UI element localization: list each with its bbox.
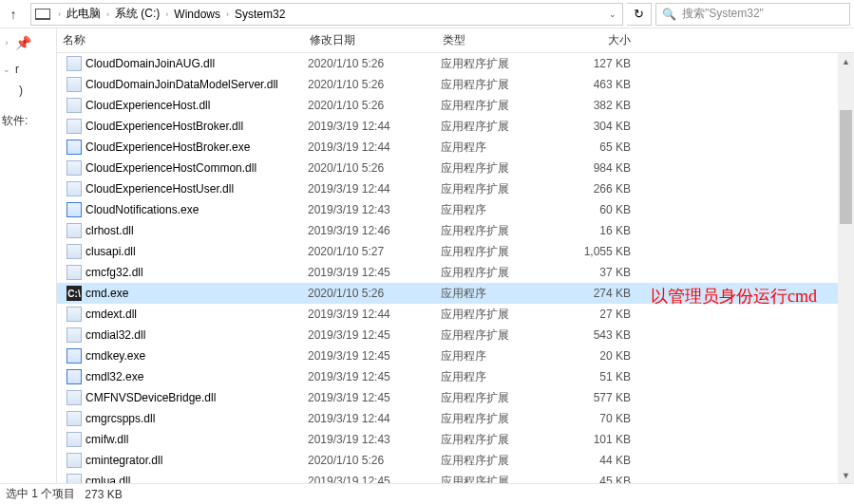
scrollbar[interactable]: ▲ ▼ xyxy=(838,53,854,483)
file-name: cmcfg32.dll xyxy=(85,266,308,279)
chevron-right-icon[interactable]: › xyxy=(106,9,109,19)
chevron-right-icon[interactable]: › xyxy=(58,9,61,19)
file-date: 2019/3/19 12:44 xyxy=(308,182,441,196)
file-size: 70 KB xyxy=(564,412,640,425)
dll-file-icon xyxy=(66,244,82,259)
search-icon: 🔍 xyxy=(662,8,676,21)
chevron-right-icon[interactable]: › xyxy=(2,38,11,47)
file-type: 应用程序 xyxy=(441,202,564,218)
dll-file-icon xyxy=(66,265,82,280)
scroll-up-arrow[interactable]: ▲ xyxy=(838,53,854,69)
exe-file-icon xyxy=(66,348,82,364)
file-size: 44 KB xyxy=(564,454,640,467)
file-size: 984 KB xyxy=(564,161,640,175)
file-row[interactable]: CloudDomainJoinDataModelServer.dll2020/1… xyxy=(57,74,854,95)
status-bar: 选中 1 个项目 273 KB xyxy=(0,483,854,504)
file-size: 20 KB xyxy=(564,349,640,363)
sidebar-item-label: r xyxy=(15,63,19,76)
breadcrumb-windows[interactable]: Windows xyxy=(172,6,222,23)
breadcrumb-system32[interactable]: System32 xyxy=(233,6,287,23)
file-name: cmdkey.exe xyxy=(85,349,308,363)
file-type: 应用程序扩展 xyxy=(441,98,564,114)
breadcrumb-this-pc[interactable]: 此电脑 xyxy=(65,4,103,24)
breadcrumb-c-drive[interactable]: 系统 (C:) xyxy=(113,4,161,24)
header-size[interactable]: 大小 xyxy=(560,32,636,48)
file-row[interactable]: cmgrcspps.dll2019/3/19 12:44应用程序扩展70 KB xyxy=(57,408,854,429)
file-size: 101 KB xyxy=(564,433,640,446)
sidebar-item-software[interactable]: 软件: xyxy=(2,110,54,131)
file-name: CloudDomainJoinAUG.dll xyxy=(85,57,308,70)
header-name[interactable]: 名称 xyxy=(57,32,304,48)
file-row[interactable]: CloudExperienceHostCommon.dll2020/1/10 5… xyxy=(57,158,854,178)
file-row[interactable]: CloudExperienceHost.dll2020/1/10 5:26应用程… xyxy=(57,95,854,116)
file-name: cmintegrator.dll xyxy=(85,454,308,467)
sidebar: › 📌 ⌄ r ) 软件: xyxy=(0,28,57,483)
file-row[interactable]: clusapi.dll2020/1/10 5:27应用程序扩展1,055 KB xyxy=(57,241,854,262)
scroll-thumb[interactable] xyxy=(840,110,852,224)
dll-file-icon xyxy=(66,327,82,343)
file-row[interactable]: CMFNVSDeviceBridge.dll2019/3/19 12:45应用程… xyxy=(57,387,854,408)
file-type: 应用程序扩展 xyxy=(441,453,564,469)
file-date: 2019/3/19 12:43 xyxy=(308,203,441,216)
main-area: › 📌 ⌄ r ) 软件: 名称 修改日期 类型 大小 CloudDomainJ… xyxy=(0,28,854,483)
history-dropdown-icon[interactable]: ⌄ xyxy=(603,9,622,19)
file-date: 2019/3/19 12:44 xyxy=(308,412,441,425)
file-row[interactable]: cmdial32.dll2019/3/19 12:45应用程序扩展543 KB xyxy=(57,325,854,345)
file-row[interactable]: cmifw.dll2019/3/19 12:43应用程序扩展101 KB xyxy=(57,429,854,450)
file-date: 2019/3/19 12:43 xyxy=(308,433,441,446)
file-type: 应用程序扩展 xyxy=(441,432,564,448)
scroll-down-arrow[interactable]: ▼ xyxy=(838,467,854,483)
file-row[interactable]: CloudExperienceHostUser.dll2019/3/19 12:… xyxy=(57,178,854,199)
file-date: 2019/3/19 12:44 xyxy=(308,140,441,154)
dll-file-icon xyxy=(66,432,82,447)
file-row[interactable]: CloudDomainJoinAUG.dll2020/1/10 5:26应用程序… xyxy=(57,53,854,74)
file-row[interactable]: CloudNotifications.exe2019/3/19 12:43应用程… xyxy=(57,199,854,220)
file-date: 2020/1/10 5:26 xyxy=(308,287,441,300)
file-row[interactable]: cmcfg32.dll2019/3/19 12:45应用程序扩展37 KB xyxy=(57,262,854,283)
file-name: clusapi.dll xyxy=(85,245,308,258)
file-date: 2019/3/19 12:45 xyxy=(308,328,441,342)
file-name: CMFNVSDeviceBridge.dll xyxy=(85,391,308,404)
file-type: 应用程序扩展 xyxy=(441,411,564,427)
file-name: CloudExperienceHost.dll xyxy=(85,99,308,112)
file-size: 27 KB xyxy=(564,308,640,321)
file-date: 2019/3/19 12:45 xyxy=(308,370,441,383)
file-date: 2019/3/19 12:45 xyxy=(308,391,441,404)
file-date: 2020/1/10 5:27 xyxy=(308,245,441,258)
file-name: CloudExperienceHostBroker.exe xyxy=(85,140,308,154)
file-row[interactable]: cmdkey.exe2019/3/19 12:45应用程序20 KB xyxy=(57,345,854,366)
file-row[interactable]: cmintegrator.dll2020/1/10 5:26应用程序扩展44 K… xyxy=(57,450,854,471)
exe-file-icon xyxy=(66,140,82,155)
header-date[interactable]: 修改日期 xyxy=(304,32,437,48)
file-type: 应用程序 xyxy=(441,286,564,302)
dll-file-icon xyxy=(66,390,82,405)
breadcrumb[interactable]: › 此电脑 › 系统 (C:) › Windows › System32 ⌄ xyxy=(30,3,623,26)
chevron-right-icon[interactable]: › xyxy=(226,9,229,19)
file-type: 应用程序扩展 xyxy=(441,223,564,239)
file-name: cmdial32.dll xyxy=(85,328,308,342)
file-date: 2020/1/10 5:26 xyxy=(308,454,441,467)
file-size: 51 KB xyxy=(564,370,640,383)
dll-file-icon xyxy=(66,56,82,71)
dll-file-icon xyxy=(66,77,82,92)
file-row[interactable]: CloudExperienceHostBroker.dll2019/3/19 1… xyxy=(57,116,854,137)
file-date: 2019/3/19 12:45 xyxy=(308,266,441,279)
up-button[interactable]: ↑ xyxy=(0,1,27,28)
chevron-right-icon[interactable]: › xyxy=(165,9,168,19)
sidebar-pin-item[interactable]: › 📌 xyxy=(2,32,54,53)
search-input[interactable]: 🔍 搜索"System32" xyxy=(655,3,850,26)
file-size: 382 KB xyxy=(564,99,640,112)
file-type: 应用程序扩展 xyxy=(441,307,564,323)
chevron-down-icon[interactable]: ⌄ xyxy=(2,65,11,74)
sidebar-item[interactable]: ⌄ r xyxy=(2,59,54,80)
pc-icon xyxy=(35,9,50,20)
file-type: 应用程序扩展 xyxy=(441,77,564,93)
refresh-button[interactable]: ↻ xyxy=(627,3,652,26)
header-type[interactable]: 类型 xyxy=(437,32,560,48)
file-date: 2019/3/19 12:45 xyxy=(308,349,441,363)
file-row[interactable]: clrhost.dll2019/3/19 12:46应用程序扩展16 KB xyxy=(57,220,854,241)
sidebar-item[interactable]: ) xyxy=(2,80,54,101)
file-type: 应用程序扩展 xyxy=(441,56,564,72)
file-row[interactable]: cmdl32.exe2019/3/19 12:45应用程序51 KB xyxy=(57,366,854,387)
file-row[interactable]: CloudExperienceHostBroker.exe2019/3/19 1… xyxy=(57,137,854,158)
